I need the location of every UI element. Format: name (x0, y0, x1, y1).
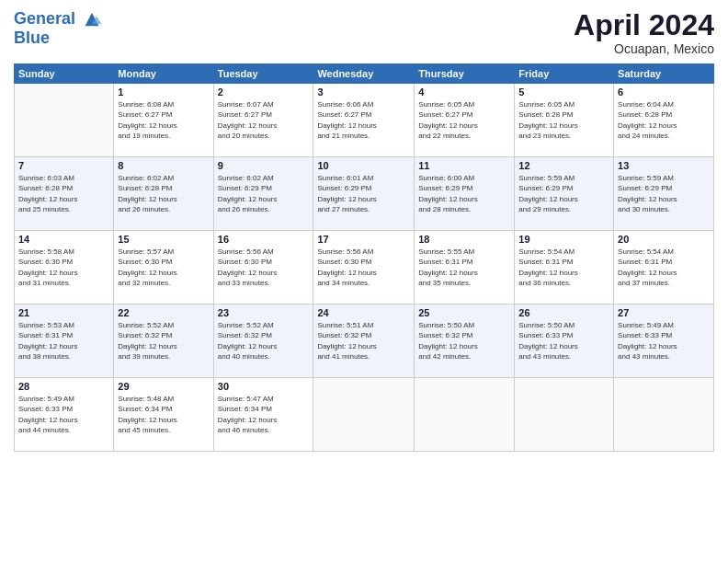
calendar-day-cell: 24Sunrise: 5:51 AMSunset: 6:32 PMDayligh… (313, 304, 415, 378)
calendar-day-cell: 20Sunrise: 5:54 AMSunset: 6:31 PMDayligh… (614, 231, 714, 304)
day-number: 24 (317, 307, 410, 318)
weekday-header: Wednesday (313, 64, 415, 84)
day-number: 20 (618, 234, 710, 245)
calendar-day-cell: 26Sunrise: 5:50 AMSunset: 6:33 PMDayligh… (515, 304, 614, 378)
calendar-day-cell: 13Sunrise: 5:59 AMSunset: 6:29 PMDayligh… (614, 157, 714, 231)
weekday-header: Friday (515, 64, 614, 84)
day-number: 19 (518, 234, 609, 245)
day-number: 8 (118, 160, 209, 171)
calendar-day-cell: 16Sunrise: 5:56 AMSunset: 6:30 PMDayligh… (213, 231, 313, 304)
weekday-header: Tuesday (213, 64, 313, 84)
calendar-day-cell: 6Sunrise: 6:04 AMSunset: 6:28 PMDaylight… (614, 84, 714, 157)
day-info: Sunrise: 5:59 AMSunset: 6:29 PMDaylight:… (618, 173, 710, 214)
calendar-week-row: 7Sunrise: 6:03 AMSunset: 6:28 PMDaylight… (15, 157, 714, 231)
calendar-day-cell: 25Sunrise: 5:50 AMSunset: 6:32 PMDayligh… (415, 304, 515, 378)
day-number: 22 (118, 307, 209, 318)
day-info: Sunrise: 5:55 AMSunset: 6:31 PMDaylight:… (418, 247, 510, 288)
calendar-day-cell (614, 378, 714, 452)
day-info: Sunrise: 5:48 AMSunset: 6:34 PMDaylight:… (118, 394, 209, 435)
day-number: 18 (418, 234, 510, 245)
day-number: 30 (218, 381, 310, 392)
calendar-day-cell (415, 378, 515, 452)
calendar-day-cell: 22Sunrise: 5:52 AMSunset: 6:32 PMDayligh… (114, 304, 213, 378)
logo-text: General (14, 9, 102, 29)
day-info: Sunrise: 6:04 AMSunset: 6:28 PMDaylight:… (618, 99, 710, 141)
logo-blue-text: Blue (14, 29, 102, 48)
calendar-week-row: 21Sunrise: 5:53 AMSunset: 6:31 PMDayligh… (15, 304, 714, 378)
day-number: 10 (317, 160, 410, 171)
day-number: 9 (218, 160, 310, 171)
calendar-week-row: 28Sunrise: 5:49 AMSunset: 6:33 PMDayligh… (15, 378, 714, 452)
calendar-day-cell: 5Sunrise: 6:05 AMSunset: 6:28 PMDaylight… (515, 84, 614, 157)
day-info: Sunrise: 6:06 AMSunset: 6:27 PMDaylight:… (317, 99, 410, 141)
day-info: Sunrise: 5:54 AMSunset: 6:31 PMDaylight:… (618, 247, 710, 288)
day-number: 27 (618, 307, 710, 318)
day-info: Sunrise: 5:56 AMSunset: 6:30 PMDaylight:… (317, 247, 410, 288)
day-number: 4 (418, 86, 510, 98)
day-info: Sunrise: 5:50 AMSunset: 6:33 PMDaylight:… (518, 320, 609, 362)
day-number: 5 (518, 86, 609, 98)
day-info: Sunrise: 5:52 AMSunset: 6:32 PMDaylight:… (218, 320, 310, 362)
day-info: Sunrise: 5:54 AMSunset: 6:31 PMDaylight:… (518, 247, 609, 288)
day-info: Sunrise: 5:56 AMSunset: 6:30 PMDaylight:… (218, 247, 310, 288)
day-info: Sunrise: 6:07 AMSunset: 6:27 PMDaylight:… (218, 99, 310, 141)
calendar-header-row: SundayMondayTuesdayWednesdayThursdayFrid… (15, 64, 714, 84)
calendar-day-cell: 3Sunrise: 6:06 AMSunset: 6:27 PMDaylight… (313, 84, 415, 157)
calendar-day-cell: 8Sunrise: 6:02 AMSunset: 6:28 PMDaylight… (114, 157, 213, 231)
calendar-day-cell: 19Sunrise: 5:54 AMSunset: 6:31 PMDayligh… (515, 231, 614, 304)
weekday-header: Saturday (614, 64, 714, 84)
day-info: Sunrise: 6:02 AMSunset: 6:29 PMDaylight:… (218, 173, 310, 214)
title-block: April 2024 Ocuapan, Mexico (574, 9, 714, 56)
calendar-day-cell: 10Sunrise: 6:01 AMSunset: 6:29 PMDayligh… (313, 157, 415, 231)
logo-icon (82, 9, 102, 29)
day-number: 16 (218, 234, 310, 245)
logo: General Blue (14, 9, 102, 48)
day-info: Sunrise: 5:53 AMSunset: 6:31 PMDaylight:… (18, 320, 109, 362)
day-info: Sunrise: 5:50 AMSunset: 6:32 PMDaylight:… (418, 320, 510, 362)
day-number: 2 (218, 86, 310, 98)
day-number: 11 (418, 160, 510, 171)
day-info: Sunrise: 6:05 AMSunset: 6:28 PMDaylight:… (518, 99, 609, 141)
day-number: 25 (418, 307, 510, 318)
page-header: General Blue April 2024 Ocuapan, Mexico (14, 9, 714, 56)
calendar-day-cell: 9Sunrise: 6:02 AMSunset: 6:29 PMDaylight… (213, 157, 313, 231)
calendar-day-cell: 23Sunrise: 5:52 AMSunset: 6:32 PMDayligh… (213, 304, 313, 378)
day-info: Sunrise: 6:08 AMSunset: 6:27 PMDaylight:… (118, 99, 209, 141)
weekday-header: Monday (114, 64, 213, 84)
day-info: Sunrise: 6:03 AMSunset: 6:28 PMDaylight:… (18, 173, 109, 214)
day-number: 6 (618, 86, 710, 98)
day-number: 7 (18, 160, 109, 171)
calendar-week-row: 1Sunrise: 6:08 AMSunset: 6:27 PMDaylight… (15, 84, 714, 157)
day-info: Sunrise: 6:05 AMSunset: 6:27 PMDaylight:… (418, 99, 510, 141)
calendar-day-cell: 17Sunrise: 5:56 AMSunset: 6:30 PMDayligh… (313, 231, 415, 304)
calendar-day-cell: 1Sunrise: 6:08 AMSunset: 6:27 PMDaylight… (114, 84, 213, 157)
calendar-day-cell: 18Sunrise: 5:55 AMSunset: 6:31 PMDayligh… (415, 231, 515, 304)
day-number: 29 (118, 381, 209, 392)
day-info: Sunrise: 5:47 AMSunset: 6:34 PMDaylight:… (218, 394, 310, 435)
day-number: 15 (118, 234, 209, 245)
calendar-day-cell: 14Sunrise: 5:58 AMSunset: 6:30 PMDayligh… (15, 231, 114, 304)
day-number: 13 (618, 160, 710, 171)
day-info: Sunrise: 6:02 AMSunset: 6:28 PMDaylight:… (118, 173, 209, 214)
calendar-day-cell: 28Sunrise: 5:49 AMSunset: 6:33 PMDayligh… (15, 378, 114, 452)
day-info: Sunrise: 5:51 AMSunset: 6:32 PMDaylight:… (317, 320, 410, 362)
day-number: 17 (317, 234, 410, 245)
day-number: 14 (18, 234, 109, 245)
day-number: 26 (518, 307, 609, 318)
calendar-day-cell: 11Sunrise: 6:00 AMSunset: 6:29 PMDayligh… (415, 157, 515, 231)
calendar-day-cell (15, 84, 114, 157)
day-number: 12 (518, 160, 609, 171)
weekday-header: Thursday (415, 64, 515, 84)
day-number: 28 (18, 381, 109, 392)
day-info: Sunrise: 6:01 AMSunset: 6:29 PMDaylight:… (317, 173, 410, 214)
calendar-day-cell: 2Sunrise: 6:07 AMSunset: 6:27 PMDaylight… (213, 84, 313, 157)
calendar-day-cell: 12Sunrise: 5:59 AMSunset: 6:29 PMDayligh… (515, 157, 614, 231)
day-number: 1 (118, 86, 209, 98)
day-info: Sunrise: 5:49 AMSunset: 6:33 PMDaylight:… (18, 394, 109, 435)
day-info: Sunrise: 6:00 AMSunset: 6:29 PMDaylight:… (418, 173, 510, 214)
day-info: Sunrise: 5:49 AMSunset: 6:33 PMDaylight:… (618, 320, 710, 362)
day-info: Sunrise: 5:57 AMSunset: 6:30 PMDaylight:… (118, 247, 209, 288)
location-subtitle: Ocuapan, Mexico (574, 41, 714, 56)
calendar-day-cell (515, 378, 614, 452)
weekday-header: Sunday (15, 64, 114, 84)
